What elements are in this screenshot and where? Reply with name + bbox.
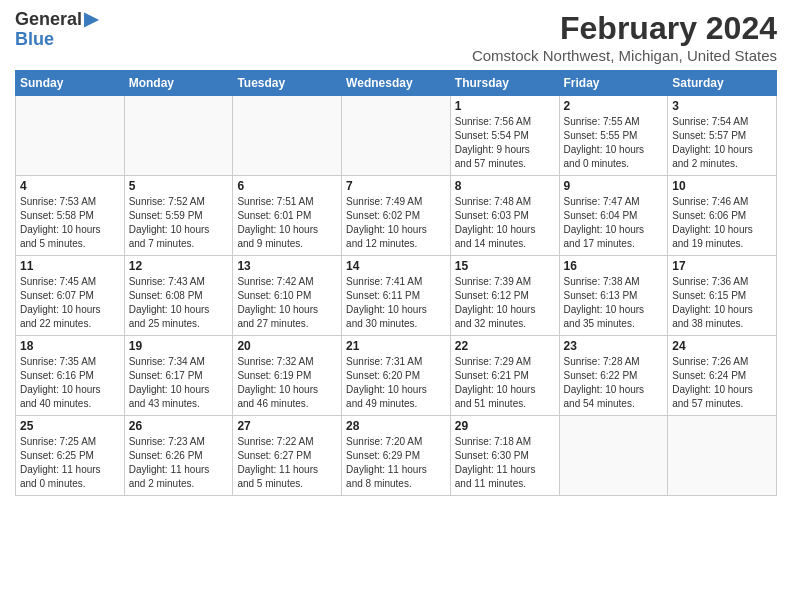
calendar-cell: 26Sunrise: 7:23 AMSunset: 6:26 PMDayligh… — [124, 416, 233, 496]
logo: General▶ Blue — [15, 10, 98, 50]
day-number: 11 — [20, 259, 120, 273]
page-subtitle: Comstock Northwest, Michigan, United Sta… — [472, 47, 777, 64]
calendar-cell: 13Sunrise: 7:42 AMSunset: 6:10 PMDayligh… — [233, 256, 342, 336]
calendar-week-row-2: 4Sunrise: 7:53 AMSunset: 5:58 PMDaylight… — [16, 176, 777, 256]
calendar-cell: 11Sunrise: 7:45 AMSunset: 6:07 PMDayligh… — [16, 256, 125, 336]
day-number: 20 — [237, 339, 337, 353]
day-info: Sunrise: 7:49 AMSunset: 6:02 PMDaylight:… — [346, 195, 446, 251]
calendar-cell: 10Sunrise: 7:46 AMSunset: 6:06 PMDayligh… — [668, 176, 777, 256]
page-title: February 2024 — [472, 10, 777, 47]
day-info: Sunrise: 7:51 AMSunset: 6:01 PMDaylight:… — [237, 195, 337, 251]
calendar-cell: 27Sunrise: 7:22 AMSunset: 6:27 PMDayligh… — [233, 416, 342, 496]
day-number: 21 — [346, 339, 446, 353]
day-info: Sunrise: 7:38 AMSunset: 6:13 PMDaylight:… — [564, 275, 664, 331]
calendar-header-thursday: Thursday — [450, 71, 559, 96]
calendar-cell: 9Sunrise: 7:47 AMSunset: 6:04 PMDaylight… — [559, 176, 668, 256]
logo-general: General▶ — [15, 10, 98, 30]
calendar-cell: 1Sunrise: 7:56 AMSunset: 5:54 PMDaylight… — [450, 96, 559, 176]
day-info: Sunrise: 7:20 AMSunset: 6:29 PMDaylight:… — [346, 435, 446, 491]
day-number: 10 — [672, 179, 772, 193]
day-info: Sunrise: 7:29 AMSunset: 6:21 PMDaylight:… — [455, 355, 555, 411]
day-info: Sunrise: 7:55 AMSunset: 5:55 PMDaylight:… — [564, 115, 664, 171]
calendar-cell: 4Sunrise: 7:53 AMSunset: 5:58 PMDaylight… — [16, 176, 125, 256]
day-info: Sunrise: 7:35 AMSunset: 6:16 PMDaylight:… — [20, 355, 120, 411]
calendar-header-friday: Friday — [559, 71, 668, 96]
day-number: 2 — [564, 99, 664, 113]
day-info: Sunrise: 7:25 AMSunset: 6:25 PMDaylight:… — [20, 435, 120, 491]
calendar-header-saturday: Saturday — [668, 71, 777, 96]
calendar-header-tuesday: Tuesday — [233, 71, 342, 96]
day-info: Sunrise: 7:36 AMSunset: 6:15 PMDaylight:… — [672, 275, 772, 331]
day-number: 13 — [237, 259, 337, 273]
day-number: 17 — [672, 259, 772, 273]
calendar-cell: 8Sunrise: 7:48 AMSunset: 6:03 PMDaylight… — [450, 176, 559, 256]
calendar-cell: 17Sunrise: 7:36 AMSunset: 6:15 PMDayligh… — [668, 256, 777, 336]
calendar-cell — [16, 96, 125, 176]
day-info: Sunrise: 7:47 AMSunset: 6:04 PMDaylight:… — [564, 195, 664, 251]
day-number: 19 — [129, 339, 229, 353]
day-info: Sunrise: 7:53 AMSunset: 5:58 PMDaylight:… — [20, 195, 120, 251]
day-info: Sunrise: 7:46 AMSunset: 6:06 PMDaylight:… — [672, 195, 772, 251]
day-info: Sunrise: 7:42 AMSunset: 6:10 PMDaylight:… — [237, 275, 337, 331]
day-info: Sunrise: 7:32 AMSunset: 6:19 PMDaylight:… — [237, 355, 337, 411]
day-number: 1 — [455, 99, 555, 113]
day-info: Sunrise: 7:34 AMSunset: 6:17 PMDaylight:… — [129, 355, 229, 411]
calendar-cell — [668, 416, 777, 496]
day-info: Sunrise: 7:56 AMSunset: 5:54 PMDaylight:… — [455, 115, 555, 171]
day-number: 28 — [346, 419, 446, 433]
day-number: 5 — [129, 179, 229, 193]
calendar-cell — [233, 96, 342, 176]
calendar-header-monday: Monday — [124, 71, 233, 96]
day-number: 27 — [237, 419, 337, 433]
calendar-cell: 19Sunrise: 7:34 AMSunset: 6:17 PMDayligh… — [124, 336, 233, 416]
day-number: 26 — [129, 419, 229, 433]
calendar-cell: 2Sunrise: 7:55 AMSunset: 5:55 PMDaylight… — [559, 96, 668, 176]
calendar-cell: 29Sunrise: 7:18 AMSunset: 6:30 PMDayligh… — [450, 416, 559, 496]
calendar-cell — [559, 416, 668, 496]
day-number: 18 — [20, 339, 120, 353]
day-number: 25 — [20, 419, 120, 433]
calendar-cell: 16Sunrise: 7:38 AMSunset: 6:13 PMDayligh… — [559, 256, 668, 336]
day-number: 24 — [672, 339, 772, 353]
day-info: Sunrise: 7:54 AMSunset: 5:57 PMDaylight:… — [672, 115, 772, 171]
day-number: 6 — [237, 179, 337, 193]
day-number: 8 — [455, 179, 555, 193]
day-info: Sunrise: 7:28 AMSunset: 6:22 PMDaylight:… — [564, 355, 664, 411]
calendar-cell: 15Sunrise: 7:39 AMSunset: 6:12 PMDayligh… — [450, 256, 559, 336]
calendar-header-wednesday: Wednesday — [342, 71, 451, 96]
calendar-week-row-1: 1Sunrise: 7:56 AMSunset: 5:54 PMDaylight… — [16, 96, 777, 176]
calendar-cell: 18Sunrise: 7:35 AMSunset: 6:16 PMDayligh… — [16, 336, 125, 416]
day-info: Sunrise: 7:45 AMSunset: 6:07 PMDaylight:… — [20, 275, 120, 331]
day-number: 16 — [564, 259, 664, 273]
day-number: 29 — [455, 419, 555, 433]
day-info: Sunrise: 7:52 AMSunset: 5:59 PMDaylight:… — [129, 195, 229, 251]
day-info: Sunrise: 7:31 AMSunset: 6:20 PMDaylight:… — [346, 355, 446, 411]
header: General▶ Blue February 2024 Comstock Nor… — [15, 10, 777, 64]
day-info: Sunrise: 7:48 AMSunset: 6:03 PMDaylight:… — [455, 195, 555, 251]
calendar-cell: 20Sunrise: 7:32 AMSunset: 6:19 PMDayligh… — [233, 336, 342, 416]
calendar-cell: 22Sunrise: 7:29 AMSunset: 6:21 PMDayligh… — [450, 336, 559, 416]
calendar-week-row-5: 25Sunrise: 7:25 AMSunset: 6:25 PMDayligh… — [16, 416, 777, 496]
calendar-cell: 28Sunrise: 7:20 AMSunset: 6:29 PMDayligh… — [342, 416, 451, 496]
calendar-cell: 7Sunrise: 7:49 AMSunset: 6:02 PMDaylight… — [342, 176, 451, 256]
calendar-cell — [342, 96, 451, 176]
calendar-cell: 21Sunrise: 7:31 AMSunset: 6:20 PMDayligh… — [342, 336, 451, 416]
calendar-cell — [124, 96, 233, 176]
calendar-week-row-4: 18Sunrise: 7:35 AMSunset: 6:16 PMDayligh… — [16, 336, 777, 416]
day-info: Sunrise: 7:39 AMSunset: 6:12 PMDaylight:… — [455, 275, 555, 331]
calendar-cell: 23Sunrise: 7:28 AMSunset: 6:22 PMDayligh… — [559, 336, 668, 416]
day-info: Sunrise: 7:43 AMSunset: 6:08 PMDaylight:… — [129, 275, 229, 331]
title-area: February 2024 Comstock Northwest, Michig… — [472, 10, 777, 64]
day-info: Sunrise: 7:26 AMSunset: 6:24 PMDaylight:… — [672, 355, 772, 411]
logo-blue: Blue — [15, 30, 54, 50]
calendar-cell: 25Sunrise: 7:25 AMSunset: 6:25 PMDayligh… — [16, 416, 125, 496]
day-number: 3 — [672, 99, 772, 113]
calendar-cell: 6Sunrise: 7:51 AMSunset: 6:01 PMDaylight… — [233, 176, 342, 256]
day-number: 15 — [455, 259, 555, 273]
calendar-cell: 3Sunrise: 7:54 AMSunset: 5:57 PMDaylight… — [668, 96, 777, 176]
day-number: 9 — [564, 179, 664, 193]
calendar-table: SundayMondayTuesdayWednesdayThursdayFrid… — [15, 70, 777, 496]
day-info: Sunrise: 7:18 AMSunset: 6:30 PMDaylight:… — [455, 435, 555, 491]
calendar-cell: 14Sunrise: 7:41 AMSunset: 6:11 PMDayligh… — [342, 256, 451, 336]
day-info: Sunrise: 7:22 AMSunset: 6:27 PMDaylight:… — [237, 435, 337, 491]
